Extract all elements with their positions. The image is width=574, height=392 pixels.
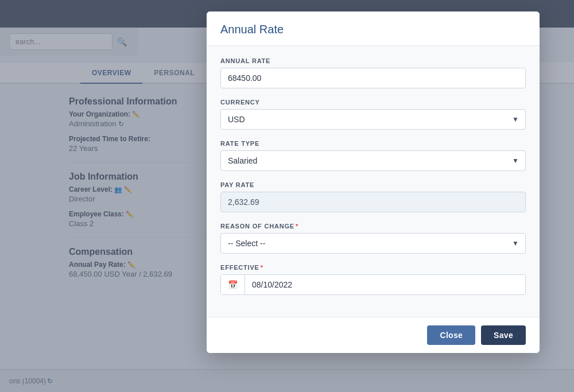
rate-type-label: RATE TYPE	[220, 140, 526, 147]
pay-rate-input	[220, 192, 526, 212]
annual-rate-label: ANNUAL RATE	[220, 57, 526, 64]
annual-rate-modal: Annual Rate ANNUAL RATE CURRENCY USD EUR…	[207, 11, 540, 353]
rate-type-group: RATE TYPE Salaried Hourly ▼	[220, 140, 526, 171]
currency-select[interactable]: USD EUR GBP CAD	[220, 109, 526, 130]
effective-date-input[interactable]	[245, 275, 525, 294]
effective-group: EFFECTIVE* 📅	[220, 264, 526, 295]
currency-label: CURRENCY	[220, 99, 526, 106]
modal-header: Annual Rate	[207, 11, 540, 46]
modal-footer: Close Save	[207, 317, 540, 353]
modal-title: Annual Rate	[220, 23, 526, 36]
annual-rate-group: ANNUAL RATE	[220, 57, 526, 88]
save-button[interactable]: Save	[481, 325, 526, 345]
currency-group: CURRENCY USD EUR GBP CAD ▼	[220, 99, 526, 130]
currency-select-wrapper: USD EUR GBP CAD ▼	[220, 109, 526, 130]
pay-rate-group: PAY RATE	[220, 181, 526, 212]
reason-of-change-select[interactable]: -- Select -- Merit Increase Promotion Ma…	[220, 233, 526, 254]
calendar-icon[interactable]: 📅	[221, 275, 245, 294]
modal-body: ANNUAL RATE CURRENCY USD EUR GBP CAD ▼ R…	[207, 46, 540, 317]
effective-label: EFFECTIVE*	[220, 264, 526, 271]
reason-of-change-label: REASON OF CHANGE*	[220, 223, 526, 230]
reason-of-change-group: REASON OF CHANGE* -- Select -- Merit Inc…	[220, 223, 526, 254]
annual-rate-input[interactable]	[220, 68, 526, 88]
rate-type-select[interactable]: Salaried Hourly	[220, 150, 526, 171]
pay-rate-label: PAY RATE	[220, 181, 526, 188]
close-button[interactable]: Close	[427, 325, 475, 345]
reason-select-wrapper: -- Select -- Merit Increase Promotion Ma…	[220, 233, 526, 254]
rate-type-select-wrapper: Salaried Hourly ▼	[220, 150, 526, 171]
effective-date-wrapper: 📅	[220, 274, 526, 295]
